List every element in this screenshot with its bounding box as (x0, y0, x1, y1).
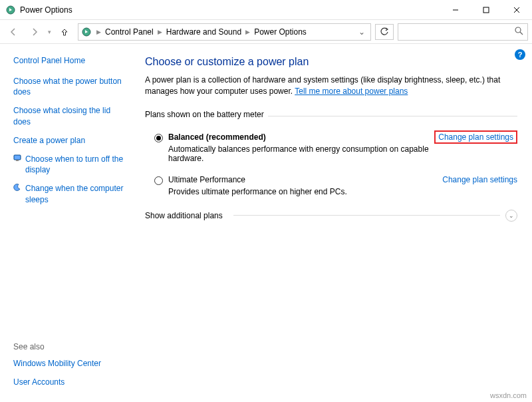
svg-rect-2 (483, 7, 489, 13)
page-description: A power plan is a collection of hardware… (145, 75, 517, 98)
power-options-icon (5, 5, 16, 15)
chevron-right-icon[interactable]: ▶ (156, 29, 164, 35)
see-also-mobility-center[interactable]: Windows Mobility Center (13, 358, 126, 369)
up-button[interactable] (55, 23, 74, 41)
control-panel-home-link[interactable]: Control Panel Home (13, 56, 126, 65)
sidebar-link-turn-off-display[interactable]: Choose when to turn off the display (13, 154, 126, 175)
chevron-right-icon[interactable]: ▶ (94, 29, 103, 35)
divider (233, 215, 500, 216)
power-options-icon (81, 27, 92, 37)
close-button[interactable] (501, 0, 532, 20)
address-dropdown-icon[interactable]: ⌄ (356, 27, 368, 37)
svg-rect-9 (16, 160, 19, 161)
plan-balanced-desc: Automatically balances performance with … (168, 144, 434, 163)
breadcrumb-hardware-sound[interactable]: Hardware and Sound (164, 26, 243, 38)
window-title: Power Options (20, 5, 440, 15)
sidebar: Control Panel Home Choose what the power… (0, 44, 133, 402)
search-box[interactable] (398, 23, 528, 41)
sidebar-link-computer-sleeps[interactable]: Change when the computer sleeps (13, 183, 126, 204)
plan-balanced: Balanced (recommended) Automatically bal… (145, 130, 517, 172)
window-controls (440, 0, 532, 20)
svg-line-7 (520, 32, 523, 35)
search-icon[interactable] (515, 27, 523, 37)
svg-rect-8 (14, 155, 21, 160)
search-input[interactable] (402, 27, 515, 37)
plan-ultimate-desc: Provides ultimate performance on higher … (168, 187, 434, 196)
main-panel: ? Choose or customize a power plan A pow… (133, 44, 532, 402)
plan-ultimate-title: Ultimate Performance (168, 175, 434, 184)
forward-button[interactable] (25, 23, 44, 41)
change-plan-settings-ultimate[interactable]: Change plan settings (442, 175, 517, 184)
breadcrumb-power-options[interactable]: Power Options (252, 26, 309, 38)
navbar: ▾ ▶ Control Panel ▶ Hardware and Sound ▶… (0, 20, 532, 44)
help-icon[interactable]: ? (515, 49, 525, 60)
change-plan-settings-balanced[interactable]: Change plan settings (434, 130, 517, 144)
display-icon (13, 154, 21, 162)
see-also-label: See also (13, 342, 126, 351)
page-heading: Choose or customize a power plan (145, 56, 517, 68)
see-also-user-accounts[interactable]: User Accounts (13, 377, 126, 387)
svg-point-6 (515, 27, 521, 33)
tell-me-more-link[interactable]: Tell me more about power plans (295, 87, 408, 96)
recent-dropdown-icon[interactable]: ▾ (47, 29, 53, 35)
chevron-right-icon[interactable]: ▶ (243, 29, 252, 35)
titlebar: Power Options (0, 0, 532, 20)
sidebar-link-power-button[interactable]: Choose what the power button does (13, 76, 126, 97)
chevron-down-icon[interactable]: ⌄ (505, 210, 517, 222)
sidebar-link-closing-lid[interactable]: Choose what closing the lid does (13, 105, 126, 126)
address-bar[interactable]: ▶ Control Panel ▶ Hardware and Sound ▶ P… (78, 23, 371, 41)
plan-balanced-title: Balanced (recommended) (168, 132, 434, 142)
back-button[interactable] (4, 23, 23, 41)
watermark: wsxdn.com (490, 391, 527, 399)
show-additional-plans-label: Show additional plans (145, 211, 228, 220)
plan-ultimate: Ultimate Performance Provides ultimate p… (145, 172, 517, 206)
refresh-button[interactable] (375, 24, 394, 40)
sleep-icon (13, 183, 21, 191)
show-additional-plans[interactable]: Show additional plans ⌄ (145, 210, 517, 222)
plan-balanced-radio[interactable] (154, 134, 163, 142)
sidebar-link-create-plan[interactable]: Create a power plan (13, 135, 126, 146)
plan-ultimate-radio[interactable] (154, 176, 163, 185)
maximize-button[interactable] (471, 0, 501, 20)
minimize-button[interactable] (440, 0, 471, 20)
breadcrumb-control-panel[interactable]: Control Panel (103, 26, 156, 38)
plans-group-label: Plans shown on the battery meter (145, 110, 268, 119)
